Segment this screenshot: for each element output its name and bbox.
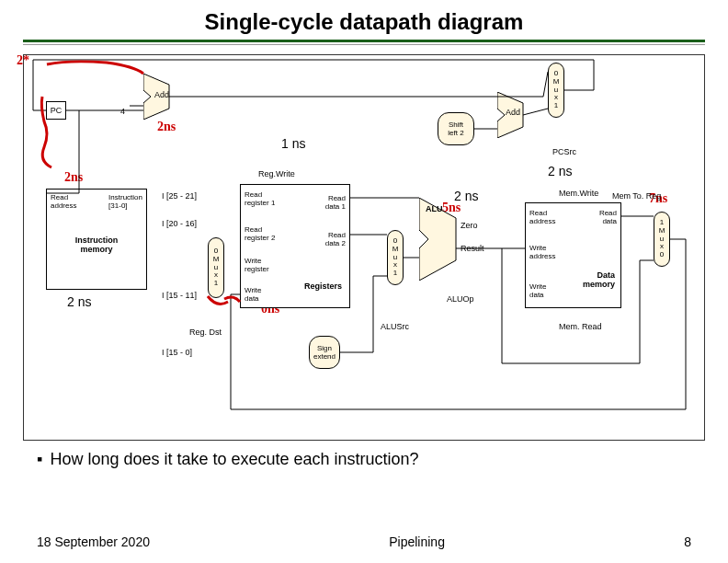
- alu-zero: Zero: [461, 221, 478, 230]
- field-i2521: I [25 - 21]: [162, 191, 197, 201]
- memtoreg-mux: 1 M u x 0: [654, 212, 670, 267]
- footer-page: 8: [684, 534, 691, 549]
- rf-readreg2: Read register 2: [245, 225, 275, 242]
- rf-title: Registers: [304, 282, 342, 291]
- rf-readreg1: Read register 1: [245, 190, 275, 207]
- diagram-canvas: 2* 2ns 2ns 2ns 5ns 0ns 7ns PC 4 Add Shif…: [23, 54, 705, 441]
- memtoreg-label: Mem To. Reg: [612, 191, 661, 201]
- pcsrc-mux: 0 M u x 1: [548, 63, 564, 118]
- footer-date: 18 September 2020: [37, 534, 150, 549]
- sign-extend-block: Sign extend: [309, 336, 340, 369]
- rf-writedata: Write data: [245, 286, 262, 303]
- field-i1511: I [15 - 11]: [162, 291, 197, 300]
- pcsrc-label: PCSrc: [552, 147, 576, 156]
- timing-2ns-imem: 2 ns: [67, 294, 91, 309]
- adder1-label: Add: [154, 90, 169, 99]
- title-underline-shadow: [23, 44, 705, 45]
- alu-label: ALU: [426, 204, 443, 213]
- adder2-label: Add: [506, 108, 520, 117]
- dmem-readdata: Read data: [599, 209, 617, 225]
- title-underline: [23, 40, 705, 42]
- register-file-block: Read register 1 Read register 2 Write re…: [240, 184, 350, 308]
- dmem-writeaddr: Write address: [529, 244, 555, 260]
- shift-left-label: Shift left 2: [448, 121, 463, 137]
- alu-result: Result: [461, 244, 484, 253]
- page-title: Single-cycle datapath diagram: [0, 0, 728, 40]
- const-4: 4: [120, 107, 125, 116]
- timing-2ns-dmem: 2 ns: [548, 164, 572, 178]
- dmem-title: Data memory: [583, 270, 615, 289]
- field-i2016: I [20 - 16]: [162, 219, 197, 228]
- annotation-2ns-add: 2ns: [157, 120, 176, 134]
- imem-title: Instruction memory: [47, 236, 146, 254]
- footer-topic: Pipelining: [389, 534, 445, 549]
- pc-block: PC: [46, 101, 66, 120]
- question-text: ▪How long does it take to execute each i…: [37, 450, 691, 469]
- annotation-2star: 2*: [17, 53, 29, 68]
- data-memory-block: Read address Read data Write address Wri…: [525, 202, 621, 308]
- regdst-mux: 0 M u x 1: [208, 237, 224, 298]
- shift-left-block: Shift left 2: [438, 112, 474, 145]
- alusrc-label: ALUSrc: [381, 322, 409, 331]
- rf-readdata2: Read data 2: [325, 231, 346, 247]
- imem-readaddr: Read address: [51, 193, 76, 210]
- timing-1ns: 1 ns: [281, 136, 305, 151]
- memread-label: Mem. Read: [559, 322, 602, 331]
- annotation-2ns-pc: 2ns: [64, 170, 83, 185]
- memwrite-label: Mem.Write: [559, 189, 598, 198]
- footer: 18 September 2020 Pipelining 8: [0, 534, 728, 549]
- rf-readdata1: Read data 1: [325, 194, 346, 211]
- dmem-readaddr: Read address: [529, 209, 555, 225]
- regwrite-label: Reg.Write: [258, 169, 295, 178]
- alusrc-mux: 0 M u x 1: [387, 230, 404, 285]
- rf-writereg: Write register: [245, 257, 269, 273]
- regdst-label: Reg. Dst: [189, 327, 222, 337]
- field-i150: I [15 - 0]: [162, 348, 192, 357]
- pc-label: PC: [51, 106, 63, 115]
- aluop-label: ALUOp: [447, 294, 474, 304]
- timing-2ns-alu: 2 ns: [454, 189, 478, 203]
- dmem-writedata: Write data: [529, 282, 547, 299]
- imem-instruction: Instruction [31-0]: [108, 193, 142, 210]
- sign-extend-label: Sign extend: [313, 344, 336, 361]
- instruction-memory-block: Read address Instruction [31-0] Instruct…: [46, 189, 147, 290]
